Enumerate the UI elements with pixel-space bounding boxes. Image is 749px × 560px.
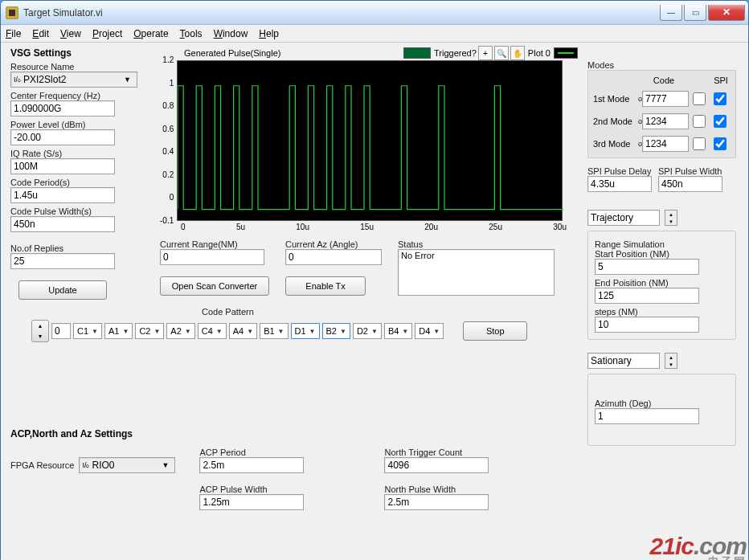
spi-delay-input[interactable] xyxy=(587,176,652,192)
pattern-c4[interactable]: C4▼ xyxy=(198,323,227,339)
pattern-d1[interactable]: D1▼ xyxy=(291,323,320,339)
pattern-index-spinner[interactable]: ▲▼ xyxy=(31,320,49,342)
menubar: File Edit View Project Operate Tools Win… xyxy=(1,25,748,43)
north-pw-label: North Pulse Width xyxy=(384,484,489,494)
north-trig-label: North Trigger Count xyxy=(384,448,489,457)
end-pos-label: End Poisition (NM) xyxy=(595,278,729,288)
modes-grid: CodeSPI 1st Mode o 2nd Mode o 3rd Mode o xyxy=(587,70,736,158)
trajectory-fieldset: Range Simulation Start Position (NM) End… xyxy=(587,231,736,340)
power-level-input[interactable] xyxy=(10,129,115,145)
menu-view[interactable]: View xyxy=(60,28,81,39)
stationary-fieldset: Azimuth (Deg) xyxy=(587,374,736,446)
pattern-b4[interactable]: B4▼ xyxy=(384,323,412,339)
end-pos-input[interactable] xyxy=(595,288,699,304)
stop-button[interactable]: Stop xyxy=(463,321,527,341)
open-scan-converter-button[interactable]: Open Scan Converter xyxy=(160,276,269,296)
code-period-input[interactable] xyxy=(10,187,115,203)
mode2-chk1[interactable] xyxy=(693,115,706,128)
acp-pw-label: ACP Pulse Width xyxy=(199,484,304,494)
trajectory-selector[interactable] xyxy=(587,210,660,226)
zoom-icon[interactable]: 🔍 xyxy=(494,46,509,60)
spi-width-label: SPI Pulse Width xyxy=(658,166,722,176)
mode2-chk2[interactable] xyxy=(714,115,726,128)
io-icon: I/₀ xyxy=(82,461,89,469)
pattern-c1[interactable]: C1▼ xyxy=(73,323,102,339)
mode1-code-input[interactable] xyxy=(642,91,689,107)
acp-period-label: ACP Period xyxy=(199,448,304,457)
update-button[interactable]: Update xyxy=(18,280,107,300)
mode2-label: 2nd Mode xyxy=(593,116,638,126)
current-az-input[interactable] xyxy=(285,249,382,265)
steps-input[interactable] xyxy=(595,317,699,333)
mode1-chk1[interactable] xyxy=(693,92,706,105)
fpga-label: FPGA Resource xyxy=(10,460,74,470)
menu-project[interactable]: Project xyxy=(92,28,122,39)
crosshair-icon[interactable]: + xyxy=(478,46,493,60)
fpga-value: RIO0 xyxy=(92,460,115,471)
menu-window[interactable]: Window xyxy=(214,28,248,39)
stationary-spinner[interactable]: ▲▼ xyxy=(665,353,677,369)
resource-name-value: PXI2Slot2 xyxy=(23,74,66,85)
fpga-resource-combo[interactable]: I/₀ RIO0 ▼ xyxy=(79,457,175,473)
triggered-led xyxy=(403,47,431,59)
resource-name-label: Resource Name xyxy=(10,62,151,72)
waveform-graph[interactable] xyxy=(177,60,563,221)
iq-rate-input[interactable] xyxy=(10,158,115,174)
pattern-a4[interactable]: A4▼ xyxy=(229,323,257,339)
code-pulse-width-label: Code Pulse Width(s) xyxy=(10,206,151,216)
pattern-d2[interactable]: D2▼ xyxy=(353,323,382,339)
mode2-code-input[interactable] xyxy=(642,113,689,129)
plot-label: Plot 0 xyxy=(528,48,550,58)
pattern-a1[interactable]: A1▼ xyxy=(104,323,133,339)
pattern-b1[interactable]: B1▼ xyxy=(260,323,288,339)
graph-title: Generated Pulse(Single) xyxy=(184,48,280,58)
mode1-chk2[interactable] xyxy=(714,92,726,105)
pattern-index-input[interactable] xyxy=(51,323,71,339)
code-pulse-width-input[interactable] xyxy=(10,216,115,232)
menu-file[interactable]: File xyxy=(6,28,21,39)
iq-rate-label: IQ Rate (S/s) xyxy=(10,149,151,158)
io-icon: I/₀ xyxy=(14,76,21,84)
waveform-plot xyxy=(178,61,563,222)
mode3-chk2[interactable] xyxy=(714,137,726,150)
current-range-input[interactable] xyxy=(160,249,264,265)
north-trig-input[interactable] xyxy=(384,457,489,473)
menu-tools[interactable]: Tools xyxy=(180,28,203,39)
pattern-d4[interactable]: D4▼ xyxy=(415,323,444,339)
azimuth-label: Azimuth (Deg) xyxy=(595,399,729,408)
maximize-button[interactable]: ▭ xyxy=(684,5,706,21)
azimuth-input[interactable] xyxy=(595,408,699,424)
pattern-a2[interactable]: A2▼ xyxy=(166,323,194,339)
north-pw-input[interactable] xyxy=(384,494,489,510)
chevron-down-icon: ▼ xyxy=(121,76,134,84)
watermark: 21ic.com电子网 xyxy=(650,533,747,560)
trajectory-spinner[interactable]: ▲▼ xyxy=(665,210,677,226)
titlebar: Target Simulator.vi — ▭ ✕ xyxy=(1,1,748,25)
enable-tx-button[interactable]: Enable Tx xyxy=(285,276,366,296)
mode3-code-input[interactable] xyxy=(642,136,689,152)
code-period-label: Code Period(s) xyxy=(10,178,151,187)
center-freq-input[interactable] xyxy=(10,100,115,116)
acp-period-input[interactable] xyxy=(199,457,304,473)
start-pos-label: Start Position (NM) xyxy=(595,249,729,259)
stationary-selector[interactable] xyxy=(587,353,660,369)
start-pos-input[interactable] xyxy=(595,259,699,275)
pattern-b2[interactable]: B2▼ xyxy=(322,323,350,339)
pattern-c2[interactable]: C2▼ xyxy=(135,323,164,339)
mode3-label: 3rd Mode xyxy=(593,139,638,149)
mode3-chk1[interactable] xyxy=(693,137,706,150)
menu-help[interactable]: Help xyxy=(259,28,279,39)
code-header: Code xyxy=(638,76,690,85)
replies-input[interactable] xyxy=(10,253,115,269)
hand-icon[interactable]: ✋ xyxy=(510,46,525,60)
resource-name-combo[interactable]: I/₀ PXI2Slot2 ▼ xyxy=(10,72,137,88)
plot-legend-swatch[interactable] xyxy=(554,47,578,59)
spi-width-input[interactable] xyxy=(658,176,722,192)
menu-operate[interactable]: Operate xyxy=(133,28,168,39)
close-button[interactable]: ✕ xyxy=(708,5,745,21)
minimize-button[interactable]: — xyxy=(660,5,682,21)
status-label: Status xyxy=(398,239,555,249)
menu-edit[interactable]: Edit xyxy=(32,28,49,39)
steps-label: steps (NM) xyxy=(595,307,729,317)
acp-pw-input[interactable] xyxy=(199,494,304,510)
